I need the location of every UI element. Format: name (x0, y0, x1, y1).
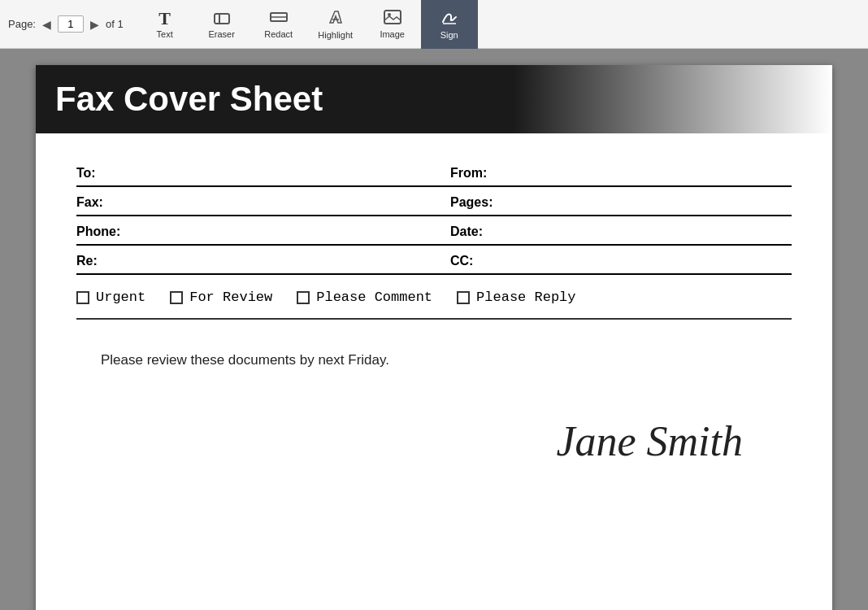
phone-label: Phone: (76, 224, 120, 238)
eraser-icon (213, 9, 231, 28)
text-label: Text (157, 29, 173, 39)
tool-redact-button[interactable]: Redact (250, 0, 307, 49)
from-label: From: (450, 166, 487, 180)
re-label: Re: (76, 254, 98, 268)
toolbar: Page: ◀ ▶ of 1 T Text Eraser Redact High… (0, 0, 868, 49)
sign-icon (441, 8, 458, 28)
sign-label: Sign (441, 30, 458, 40)
to-label: To: (76, 166, 96, 180)
tool-text-button[interactable]: T Text (137, 0, 193, 49)
urgent-label: Urgent (96, 290, 145, 305)
please-comment-label: Please Comment (316, 290, 432, 305)
urgent-checkbox[interactable] (76, 291, 89, 304)
page-prev-button[interactable]: ◀ (39, 16, 54, 33)
form-cell-fax: Fax: (76, 187, 434, 215)
fax-title: Fax Cover Sheet (55, 80, 813, 119)
form-row-to-from: To: From: (76, 158, 792, 187)
image-label: Image (380, 29, 405, 39)
tool-eraser-button[interactable]: Eraser (193, 0, 250, 49)
form-row-fax-pages: Fax: Pages: (76, 187, 792, 216)
form-cell-pages: Pages: (434, 187, 792, 215)
notes-section: Please review these documents by next Fr… (76, 336, 792, 401)
checkbox-please-comment: Please Comment (297, 290, 432, 305)
signature-area: Jane Smith (76, 401, 792, 481)
image-icon (384, 9, 401, 28)
redact-icon (270, 9, 288, 28)
section-divider (76, 318, 792, 320)
pages-label: Pages: (450, 195, 493, 209)
eraser-label: Eraser (208, 29, 234, 39)
page-navigation: Page: ◀ ▶ of 1 (8, 15, 124, 33)
page-next-button[interactable]: ▶ (87, 16, 102, 33)
svg-rect-5 (384, 11, 401, 24)
tool-highlight-button[interactable]: Highlight (307, 0, 364, 49)
svg-rect-0 (215, 14, 229, 24)
form-cell-to: To: (76, 158, 434, 185)
highlight-icon (327, 8, 345, 28)
for-review-checkbox[interactable] (170, 291, 183, 304)
redact-label: Redact (264, 29, 293, 39)
checkbox-please-reply: Please Reply (457, 290, 575, 305)
tool-sign-button[interactable]: Sign (421, 0, 478, 49)
page-of-label: of 1 (106, 18, 124, 30)
form-row-re-cc: Re: CC: (76, 246, 792, 275)
highlight-label: Highlight (318, 30, 353, 40)
fax-header: Fax Cover Sheet (36, 65, 832, 133)
page-number-input[interactable] (58, 15, 84, 33)
form-cell-cc: CC: (434, 246, 792, 273)
form-cell-from: From: (434, 158, 792, 185)
form-cell-date: Date: (434, 216, 792, 244)
date-label: Date: (450, 224, 483, 238)
please-reply-checkbox[interactable] (457, 291, 470, 304)
fax-label: Fax: (76, 195, 103, 209)
for-review-label: For Review (189, 290, 272, 305)
cc-label: CC: (450, 254, 473, 268)
form-row-phone-date: Phone: Date: (76, 216, 792, 246)
please-reply-label: Please Reply (476, 290, 575, 305)
form-section: To: From: Fax: Pages: Phone: D (36, 158, 832, 481)
page: Fax Cover Sheet To: From: Fax: Pages: (36, 65, 832, 610)
text-icon: T (158, 10, 171, 28)
notes-text: Please review these documents by next Fr… (101, 352, 389, 368)
form-cell-phone: Phone: (76, 216, 434, 244)
form-cell-re: Re: (76, 246, 434, 273)
checkbox-urgent: Urgent (76, 290, 145, 305)
checkbox-for-review: For Review (170, 290, 272, 305)
signature-text: Jane Smith (556, 418, 743, 464)
document-area: Fax Cover Sheet To: From: Fax: Pages: (0, 49, 868, 610)
please-comment-checkbox[interactable] (297, 291, 310, 304)
checkbox-row: Urgent For Review Please Comment Please … (76, 275, 792, 315)
tool-image-button[interactable]: Image (364, 0, 421, 49)
page-label: Page: (8, 18, 36, 30)
